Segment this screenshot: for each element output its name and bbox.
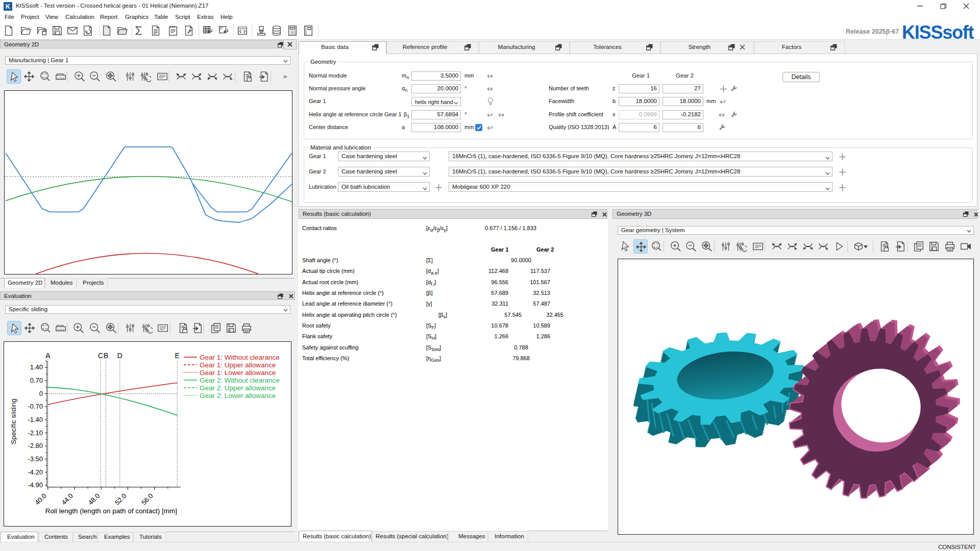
svg-text:-2.80: -2.80: [28, 442, 43, 449]
svg-text:E: E: [175, 352, 180, 360]
svg-text:-4.90: -4.90: [28, 481, 43, 489]
svg-text:-2.10: -2.10: [28, 429, 43, 437]
svg-text:Roll length (length on path of: Roll length (length on path of contact) …: [45, 507, 177, 515]
svg-text:A: A: [45, 352, 51, 360]
svg-text:Gear 2: Without clearance: Gear 2: Without clearance: [200, 377, 280, 384]
svg-text:1.40: 1.40: [30, 363, 43, 371]
svg-text:-4.20: -4.20: [28, 468, 43, 476]
svg-text:Specific sliding: Specific sliding: [10, 398, 17, 444]
svg-text:-0.70: -0.70: [28, 403, 43, 410]
svg-text:-3.50: -3.50: [28, 455, 43, 463]
svg-text:0.70: 0.70: [30, 377, 43, 384]
svg-text:Gear 1: Upper allowance: Gear 1: Upper allowance: [200, 361, 276, 369]
svg-text:Gear 1: Without clearance: Gear 1: Without clearance: [200, 354, 280, 361]
svg-text:Gear 2: Upper allowance: Gear 2: Upper allowance: [200, 384, 276, 392]
svg-text:Gear 2: Lower allowance: Gear 2: Lower allowance: [200, 392, 276, 399]
svg-text:C: C: [98, 352, 103, 360]
svg-text:-1.40: -1.40: [28, 416, 43, 423]
svg-text:D: D: [117, 352, 122, 360]
svg-text:0: 0: [39, 390, 43, 397]
svg-text:Gear 1: Lower allowance: Gear 1: Lower allowance: [200, 369, 276, 377]
svg-text:B: B: [104, 352, 108, 360]
